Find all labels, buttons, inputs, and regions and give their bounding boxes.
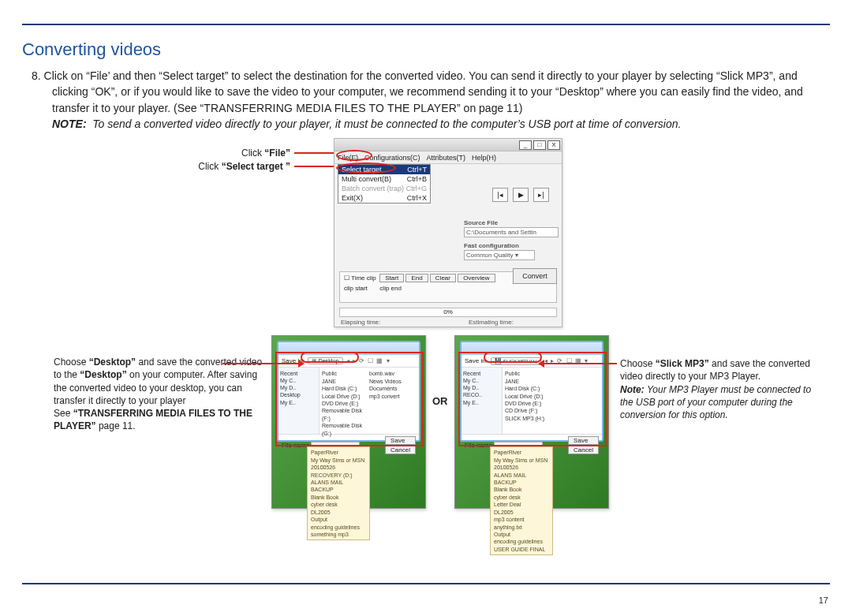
dropdown-multi-convert[interactable]: Multi convert(B)Ctrl+B xyxy=(338,174,430,184)
slick-instructions: Choose “Slick MP3” and save the converte… xyxy=(620,357,825,421)
minimize-button[interactable]: _ xyxy=(519,140,532,150)
source-file-value: C:\Documents and Settin xyxy=(464,227,559,237)
clip-clear-button[interactable]: Clear xyxy=(430,274,456,282)
convert-button[interactable]: Convert xyxy=(513,268,557,284)
page-title: Converting videos xyxy=(22,39,830,60)
callout-click-select-target: Click “Select target ” xyxy=(133,160,290,174)
dropdown-batch-convert: Batch convert (trap)Ctrl+G xyxy=(338,184,430,193)
menu-attributes[interactable]: Attributes(T) xyxy=(427,154,466,162)
clip-overview-button[interactable]: Overview xyxy=(458,274,495,282)
slick-save-screenshot: Save in: 💾 SLICK MP3 (H:) ◂ ▸ ⟳ ☐ ▦ ▾ Re… xyxy=(454,335,609,509)
step-8-text: 8. Click on “File’ and then “Select targ… xyxy=(32,68,822,116)
estimating-label: Estimating time: xyxy=(469,319,514,326)
page-number: 17 xyxy=(819,595,828,605)
cancel-button-2[interactable]: Cancel xyxy=(568,446,599,454)
callout-click-file: Click “File” xyxy=(133,147,290,160)
dropdown-exit[interactable]: Exit(X)Ctrl+X xyxy=(338,193,430,203)
slick-folder-list: PaperRiverMy Way Sims or MSN20100526ALAN… xyxy=(490,446,553,555)
desktop-instructions: Choose “Desktop” and save the converted … xyxy=(54,356,267,432)
quality-combo[interactable]: Common Quality ▾ xyxy=(464,250,535,260)
desktop-folder-list: PaperRiverMy Way Sims or MSN20100526RECO… xyxy=(307,446,370,540)
titlebar: _ □ X xyxy=(334,139,562,151)
progress-bar: 0% xyxy=(339,308,557,317)
close-button[interactable]: X xyxy=(547,140,560,150)
note-line: NOTE: To send a converted video directly… xyxy=(32,116,822,132)
desktop-save-screenshot: Save in: 🖥 Desktop ◂ ▸ ⟳ ☐ ▦ ▾ RecentMy … xyxy=(271,335,426,509)
source-file-label: Source File xyxy=(464,219,559,226)
cancel-button[interactable]: Cancel xyxy=(385,446,416,454)
fast-config-label: Fast configuration xyxy=(464,242,559,249)
arrow-to-slick-pill xyxy=(543,363,617,364)
menu-configurations[interactable]: Configurations(C) xyxy=(364,154,420,162)
maximize-button[interactable]: □ xyxy=(533,140,546,150)
highlight-slick-dialog xyxy=(458,352,607,446)
elapsing-label: Elapsing time: xyxy=(341,319,380,326)
clip-start-button[interactable]: Start xyxy=(379,274,404,282)
or-label: OR xyxy=(432,395,448,407)
arrow-to-desktop-pill xyxy=(222,363,300,364)
right-panel: Source File C:\Documents and Settin Fast… xyxy=(464,159,559,260)
converter-app-window: _ □ X File(F) Configurations(C) Attribut… xyxy=(334,138,562,327)
clip-end-button[interactable]: End xyxy=(405,274,428,282)
